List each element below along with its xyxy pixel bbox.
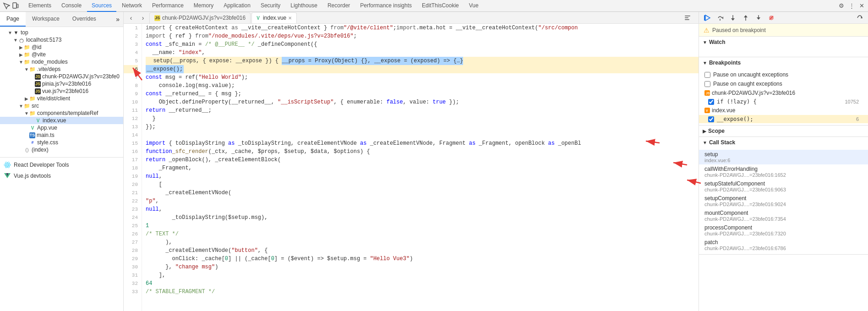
call-stack-content: setup index.vue:6 callWithErrorHandling … <box>699 148 868 254</box>
bp-vue-icon: V <box>704 108 710 113</box>
more-icon[interactable]: ⋮ <box>848 2 855 10</box>
call-stack-entry-stateful[interactable]: setupStatefulComponent chunk-PD2AWGJ....… <box>699 179 868 194</box>
inspect-icon[interactable] <box>3 2 10 10</box>
tree-item-vite[interactable]: 📁 @vite <box>0 51 123 58</box>
tab-security[interactable]: Security <box>256 0 285 12</box>
tree-item-pinia[interactable]: JS pinia.js?v=23bfe016 <box>0 80 123 87</box>
call-stack-entry-process[interactable]: processComponent chunk-PD2AWGJ....=23bfe… <box>699 223 868 238</box>
index-icon: () <box>24 147 30 153</box>
code-tab-chunk[interactable]: JS chunk-PD2AWGJV.js?v=23bfe016 <box>149 12 251 23</box>
cs-function-name: mountComponent <box>704 210 863 216</box>
sidebar-tab-workspace[interactable]: Workspace <box>26 12 66 27</box>
svg-marker-12 <box>705 15 710 21</box>
device-icon[interactable] <box>12 2 19 10</box>
tab-recorder[interactable]: Recorder <box>323 0 355 12</box>
breakpoints-content: Pause on uncaught exceptions Pause on ca… <box>699 68 868 125</box>
sidebar-more-button[interactable]: » <box>112 12 123 27</box>
call-stack-entry-mount[interactable]: mountComponent chunk-PD2AWGJ....=23bfe01… <box>699 208 868 223</box>
watch-header[interactable]: Watch <box>699 37 868 48</box>
call-stack-entry-patch[interactable]: patch chunk-PD2AWGJ....=23bfe016:6786 <box>699 238 868 252</box>
code-line: } <box>146 115 699 123</box>
folder-icon: 📁 <box>29 110 36 116</box>
tab-performance[interactable]: Performance <box>147 0 188 12</box>
code-line: }, "change msg") <box>146 263 699 271</box>
tree-arrow <box>24 96 29 101</box>
bp-entry-checkbox[interactable] <box>708 99 714 105</box>
bp-entry-checkbox[interactable] <box>708 116 714 122</box>
svg-point-6 <box>7 164 8 166</box>
code-tab-index-vue[interactable]: V index.vue ✕ <box>251 12 297 23</box>
scope-header[interactable]: Scope <box>699 125 868 136</box>
tree-item-top[interactable]: ▼ top <box>0 29 123 36</box>
extension-vue[interactable]: Vue.js devtools <box>0 170 123 181</box>
extension-react[interactable]: React Developer Tools <box>0 159 123 170</box>
sidebar-tab-page[interactable]: Page <box>0 12 26 27</box>
tab-lighthouse[interactable]: Lighthouse <box>286 0 322 12</box>
tab-nav-forward[interactable]: › <box>137 12 148 23</box>
tab-nav-back[interactable]: ‹ <box>126 12 136 23</box>
call-stack-header[interactable]: Call Stack <box>699 137 868 148</box>
disable-async-button[interactable] <box>855 13 864 22</box>
tree-label: vite/dist/client <box>37 95 70 102</box>
tree-item-src[interactable]: 📁 src <box>0 102 123 109</box>
tab-sources[interactable]: Sources <box>87 0 116 12</box>
watch-label: Watch <box>709 39 726 45</box>
tree-item-app-vue[interactable]: V App.vue <box>0 124 123 131</box>
tab-application[interactable]: Application <box>219 0 255 12</box>
format-icon[interactable] <box>682 12 693 23</box>
code-line: function _sfc_render(_ctx, _cache, $prop… <box>146 147 699 156</box>
call-stack-entry-setup-component[interactable]: setupComponent chunk-PD2AWGJ....=23bfe01… <box>699 194 868 208</box>
tab-elements[interactable]: Elements <box>24 0 56 12</box>
deactivate-breakpoints-button[interactable] <box>767 13 776 22</box>
tree-arrow <box>18 45 24 50</box>
tree-item-vue-js[interactable]: JS vue.js?v=23bfe016 <box>0 87 123 95</box>
pause-caught-option[interactable]: Pause on caught exceptions <box>699 79 868 88</box>
step-over-button[interactable] <box>715 13 725 22</box>
tab-network[interactable]: Network <box>117 0 147 12</box>
cs-location: chunk-PD2AWGJ....=23bfe016:6786 <box>704 246 863 251</box>
breakpoints-header[interactable]: Breakpoints <box>699 57 868 68</box>
tree-item-index-paren[interactable]: () (index) <box>0 146 123 153</box>
bp-entry-chunk[interactable]: if (!lazy) { 10752 <box>699 98 868 106</box>
cs-function-name: patch <box>704 239 863 246</box>
close-tab-button[interactable]: ✕ <box>288 16 292 21</box>
folder-icon: 📁 <box>24 51 30 58</box>
cs-function-name: setupComponent <box>704 195 863 202</box>
tree-item-index-vue[interactable]: V index.vue <box>0 117 123 124</box>
tree-item-node-modules[interactable]: 📁 node_modules <box>0 58 123 65</box>
settings-icon[interactable]: ⚙ <box>838 2 845 10</box>
tree-label: chunk-PD2AWGJV.js?v=23bfe0 <box>42 73 120 80</box>
step-button[interactable] <box>754 13 763 22</box>
pause-uncaught-option[interactable]: Pause on uncaught exceptions <box>699 70 868 79</box>
tree-item-localhost[interactable]: localhost:5173 <box>0 36 123 44</box>
tree-item-chunk[interactable]: JS chunk-PD2AWGJV.js?v=23bfe0 <box>0 73 123 80</box>
tab-vue[interactable]: Vue <box>464 0 483 12</box>
code-editor-area: ‹ › JS chunk-PD2AWGJV.js?v=23bfe016 V in… <box>124 12 699 311</box>
bp-entry-index-vue[interactable]: __expose(); 6 <box>699 115 868 123</box>
tab-editthiscookie[interactable]: EditThisCookie <box>417 0 464 12</box>
debug-toolbar-right <box>855 13 864 22</box>
tab-console[interactable]: Console <box>57 0 86 12</box>
tree-item-vite-deps[interactable]: 📁 .vite/deps <box>0 65 123 73</box>
resume-button[interactable] <box>703 13 712 22</box>
sidebar-tab-overrides[interactable]: Overrides <box>66 12 103 27</box>
paused-text: Paused on breakpoint <box>712 27 766 33</box>
code-line: const msg = ref("Hello World"); <box>146 73 699 82</box>
tree-item-style-css[interactable]: # style.css <box>0 139 123 146</box>
tab-perf-insights[interactable]: Performance insights <box>355 0 416 12</box>
vue-file-icon: V <box>29 125 36 131</box>
call-stack-entry-error-handling[interactable]: callWithErrorHandling chunk-PD2AWGJ....=… <box>699 164 868 179</box>
tree-item-main-ts[interactable]: TS main.ts <box>0 131 123 139</box>
close-icon[interactable]: ✕ <box>858 2 865 10</box>
pause-uncaught-checkbox[interactable] <box>704 72 710 78</box>
tab-memory[interactable]: Memory <box>189 0 218 12</box>
step-into-button[interactable] <box>728 13 737 22</box>
pause-caught-checkbox[interactable] <box>704 81 710 87</box>
tree-item-vite-dist[interactable]: 📁 vite/dist/client <box>0 95 123 102</box>
step-out-button[interactable] <box>741 13 750 22</box>
tree-item-id[interactable]: 📁 @id <box>0 44 123 51</box>
js-file-icon: JS <box>35 81 41 87</box>
tree-item-components[interactable]: 📁 components/templateRef <box>0 109 123 117</box>
call-stack-entry-setup[interactable]: setup index.vue:6 <box>699 150 868 164</box>
code-editor[interactable]: 1 2 3 4 5 6 7 8 9 10 11 12 13 14 15 16 1… <box>124 24 699 311</box>
